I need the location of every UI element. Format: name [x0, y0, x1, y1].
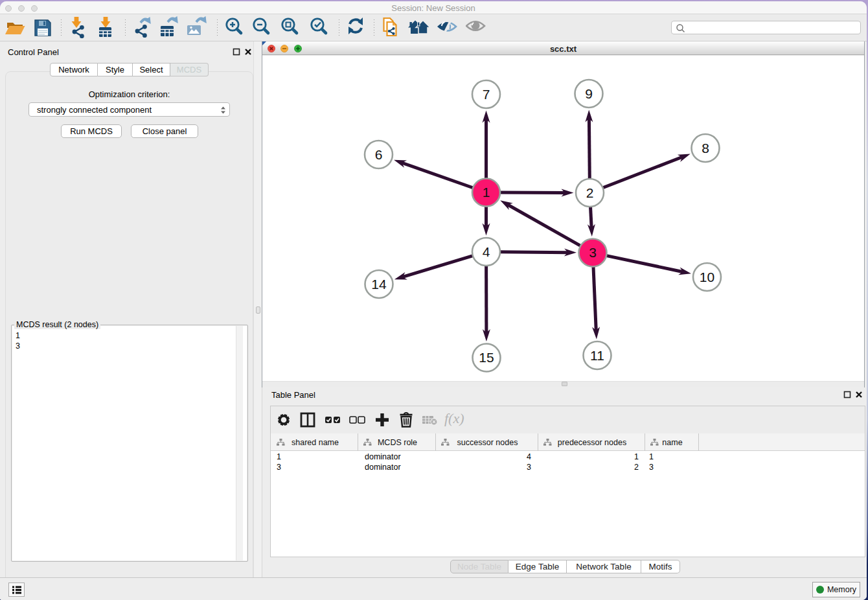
svg-text:7: 7 [483, 87, 490, 102]
svg-text:4: 4 [483, 244, 490, 259]
svg-text:10: 10 [700, 270, 714, 284]
svg-text:1: 1 [483, 185, 490, 200]
svg-text:6: 6 [375, 147, 383, 162]
svg-text:15: 15 [479, 350, 494, 365]
svg-text:8: 8 [702, 141, 709, 156]
svg-text:3: 3 [589, 245, 597, 260]
svg-text:14: 14 [371, 277, 387, 292]
svg-text:11: 11 [590, 348, 604, 363]
svg-text:2: 2 [586, 185, 594, 200]
svg-text:9: 9 [585, 86, 593, 101]
